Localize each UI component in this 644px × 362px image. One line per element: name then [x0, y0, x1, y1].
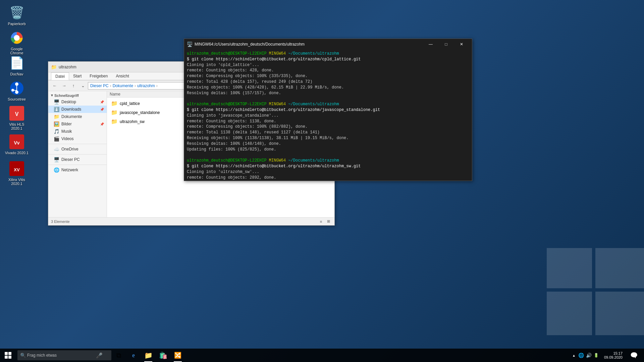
pin-icon-2: 📌 — [100, 108, 104, 111]
sidebar-item-onedrive[interactable]: ☁️ OneDrive — [48, 145, 107, 153]
terminal-title-text: MINGW64:/c/Users/ultrazohm_deutsch/Docum… — [195, 42, 423, 47]
breadcrumb-ultrazohm[interactable]: ultrazohm — [137, 83, 155, 88]
taskbar-clock[interactable]: 15:17 09.09.2020 — [601, 351, 625, 359]
notification-center-button[interactable]: 🗨️ — [627, 349, 641, 362]
taskbar-store-button[interactable]: 🛍️ — [156, 349, 170, 362]
breadcrumb-dieser-pc[interactable]: Dieser PC — [90, 83, 109, 88]
terminal-maximize-button[interactable]: □ — [438, 39, 454, 50]
musik-folder-icon: 🎵 — [54, 129, 59, 134]
svg-point-2 — [14, 36, 19, 40]
recent-locations-button[interactable]: ⌄ — [78, 82, 87, 90]
desktop-icon-chrome[interactable]: Google Chrome — [3, 28, 30, 56]
svg-point-4 — [15, 82, 18, 86]
terminal-window: 🖥️ MINGW64:/c/Users/ultrazohm_deutsch/Do… — [184, 39, 472, 181]
notification-icon: 🗨️ — [630, 352, 638, 359]
term-line-blank2 — [187, 152, 469, 158]
terminal-content[interactable]: ultrazohm_deutsch@DESKTOP-L22EHIP MINGW6… — [184, 50, 472, 181]
folder-icon-ultrazohm-sw: 📁 — [111, 118, 118, 125]
desktop-icon-docnav[interactable]: 📄 DocNav — [3, 54, 30, 77]
explorer-taskbar-icon: 📁 — [144, 351, 153, 359]
quick-access-header: ▾Schnellzugriff — [48, 91, 107, 98]
sidebar-item-musik[interactable]: 🎵 Musik — [48, 128, 107, 135]
svg-point-5 — [15, 90, 18, 94]
term-line-13: remote: Compressing objects: 100% (882/8… — [187, 124, 469, 130]
svg-text:V: V — [15, 111, 19, 117]
network-icon[interactable]: 🌐 — [578, 353, 584, 358]
sidebar-item-downloads[interactable]: ⬇️ Downloads 📌 — [48, 106, 107, 113]
taskbar-task-view-button[interactable]: ⧉ — [111, 349, 126, 362]
desktop-icon-sourcetree[interactable]: Sourcetree — [3, 79, 30, 103]
docnav-label: DocNav — [10, 72, 23, 76]
term-line-9: ultrazohm_deutsch@DESKTOP-L22EHIP MINGW6… — [187, 102, 469, 107]
cortana-microphone-icon[interactable]: 🎤 — [94, 350, 104, 360]
xilinx-label: Xilinx Vitis 2020.1 — [5, 178, 29, 186]
sidebar-item-dieser-pc[interactable]: 🖥️ Dieser PC — [48, 156, 107, 163]
taskbar-search[interactable]: 🔍 🎤 — [17, 350, 111, 360]
term-line-22: remote: Compressing objects: 100% (1684/… — [187, 180, 469, 181]
netzwerk-icon: 🌐 — [54, 167, 59, 173]
clock-date: 09.09.2020 — [604, 355, 623, 359]
desktop-icon-papierkorb[interactable]: 🗑️ Papierkorb — [3, 3, 30, 27]
videos-folder-icon: 🎬 — [54, 136, 59, 141]
term-line-18: ultrazohm_deutsch@DESKTOP-L22EHIP MINGW6… — [187, 158, 469, 164]
terminal-icon: 🖥️ — [187, 42, 193, 47]
taskbar-tray: ▲ 🌐 🔊 🔋 15:17 09.09.2020 🗨️ — [572, 349, 644, 362]
terminal-minimize-button[interactable]: — — [423, 39, 438, 50]
term-line-5: remote: Compressing objects: 100% (335/3… — [187, 73, 469, 79]
downloads-folder-icon: ⬇️ — [54, 107, 59, 112]
term-line-8: Resolving deltas: 100% (157/157), done. — [187, 90, 469, 96]
sidebar-item-netzwerk[interactable]: 🌐 Netzwerk — [48, 166, 107, 174]
terminal-close-button[interactable]: ✕ — [454, 39, 469, 50]
tab-freigeben[interactable]: Freigeben — [86, 72, 112, 80]
onedrive-icon: ☁️ — [54, 146, 59, 152]
battery-icon: 🔋 — [594, 353, 599, 358]
term-line-21: remote: Counting objects: 2892, done. — [187, 175, 469, 181]
taskbar-edge-button[interactable]: e — [126, 349, 141, 362]
taskbar-explorer-button[interactable]: 📁 — [141, 349, 156, 362]
view-details-button[interactable]: ≡ — [318, 219, 324, 225]
search-input[interactable] — [27, 353, 94, 358]
volume-icon[interactable]: 🔊 — [586, 353, 592, 358]
term-line-10: $ git clone https://schindlerto@bitbucke… — [187, 107, 469, 113]
term-line-1: ultrazohm_deutsch@DESKTOP-L22EHIP MINGW6… — [187, 51, 469, 57]
back-button[interactable]: ← — [50, 82, 59, 90]
tab-ansicht[interactable]: Ansicht — [112, 72, 133, 80]
taskbar-git-button[interactable]: 🔀 — [170, 349, 185, 362]
term-line-2: $ git clone https://schindlerto@bitbucke… — [187, 57, 469, 62]
explorer-sidebar: ▾Schnellzugriff 🖥️ Desktop 📌 ⬇️ Download… — [48, 91, 107, 217]
start-button[interactable] — [0, 349, 16, 362]
task-view-icon: ⧉ — [116, 352, 121, 359]
forward-button[interactable]: → — [60, 82, 68, 90]
papierkorb-icon: 🗑️ — [9, 5, 25, 21]
term-line-3: Cloning into 'cpld_lattice'... — [187, 62, 469, 68]
sidebar-item-dokumente[interactable]: 📁 Dokumente — [48, 113, 107, 120]
store-icon: 🛍️ — [159, 351, 167, 359]
clock-time: 15:17 — [604, 351, 623, 355]
term-line-19: $ git clone https://schindlerto@bitbucke… — [187, 164, 469, 169]
vitis-hls-label: Vitis HLS 2020.1 — [5, 122, 29, 130]
svg-rect-15 — [547, 248, 592, 288]
desktop-icon-xilinx[interactable]: XV Xilinx Vitis 2020.1 — [3, 159, 30, 187]
tab-datei[interactable]: Datei — [51, 72, 69, 80]
system-tray: 🌐 🔊 🔋 — [577, 353, 600, 358]
terminal-window-controls: — □ ✕ — [423, 39, 469, 50]
desktop-icon-vivado[interactable]: Vv Vivado 2020.1 — [3, 132, 30, 156]
breadcrumb-dokumente[interactable]: Dokumente — [113, 83, 133, 88]
git-icon: 🔀 — [174, 352, 181, 359]
tab-start[interactable]: Start — [69, 72, 86, 80]
view-grid-button[interactable]: ⊞ — [325, 219, 332, 225]
status-text: 3 Elemente — [51, 220, 70, 224]
term-line-14: remote: Total 1138 (delta 148), reused 1… — [187, 130, 469, 135]
explorer-folder-icon: 📁 — [51, 64, 57, 70]
sidebar-item-desktop[interactable]: 🖥️ Desktop 📌 — [48, 98, 107, 106]
taskbar: 🔍 🎤 ⧉ e 📁 🛍️ 🔀 ▲ 🌐 — [0, 349, 644, 362]
vivado-label: Vivado 2020.1 — [5, 151, 29, 155]
sidebar-item-bilder[interactable]: 🖼️ Bilder 📌 — [48, 120, 107, 128]
xilinx-icon: XV — [9, 161, 25, 177]
sidebar-item-videos[interactable]: 🎬 Videos — [48, 135, 107, 142]
desktop-icon-vitis-hls[interactable]: V Vitis HLS 2020.1 — [3, 104, 30, 132]
sourcetree-label: Sourcetree — [8, 97, 26, 101]
desktop-folder-icon: 🖥️ — [54, 99, 59, 105]
up-button[interactable]: ↑ — [69, 82, 78, 90]
tray-overflow-button[interactable]: ▲ — [572, 354, 576, 357]
